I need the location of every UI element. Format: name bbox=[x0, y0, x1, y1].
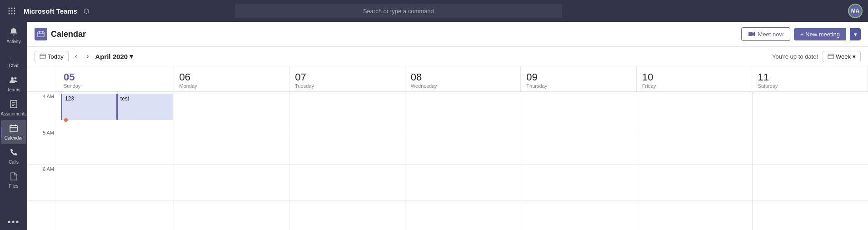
svg-point-3 bbox=[9, 10, 10, 12]
week-label: Week bbox=[836, 53, 851, 60]
day-name-thu: Thursday bbox=[526, 83, 547, 89]
day-name-mon: Monday bbox=[180, 83, 197, 89]
search-input[interactable] bbox=[235, 4, 562, 18]
day-header-sat: 11 Saturday bbox=[752, 66, 868, 91]
day-number-06: 06 bbox=[180, 72, 190, 82]
next-arrow-button[interactable]: › bbox=[84, 50, 91, 62]
calls-icon bbox=[9, 148, 18, 158]
svg-point-10 bbox=[15, 77, 17, 80]
sidebar-item-calendar[interactable]: Calendar bbox=[1, 120, 26, 144]
svg-rect-19 bbox=[38, 32, 44, 37]
week-view-button[interactable]: Week ▾ bbox=[823, 51, 861, 62]
sidebar-item-teams[interactable]: Teams bbox=[1, 72, 26, 96]
svg-rect-23 bbox=[748, 32, 753, 36]
svg-rect-27 bbox=[828, 54, 833, 59]
day-name-fri: Friday bbox=[642, 83, 656, 89]
top-bar: Microsoft Teams ⬡ MA bbox=[0, 0, 868, 22]
sidebar-item-activity[interactable]: Activity bbox=[1, 24, 26, 48]
svg-rect-15 bbox=[10, 125, 17, 132]
svg-point-4 bbox=[11, 10, 13, 12]
event-123[interactable]: 123 bbox=[61, 94, 117, 120]
day-header-mon: 06 Monday bbox=[174, 66, 290, 91]
sidebar-label-chat: Chat bbox=[9, 63, 18, 68]
svg-point-1 bbox=[11, 8, 13, 9]
up-to-date-text: You're up to date! bbox=[772, 53, 818, 60]
day-header-fri: 10 Friday bbox=[637, 66, 753, 91]
day-col-sat[interactable] bbox=[753, 92, 868, 230]
month-year-label: April 2020 bbox=[95, 53, 128, 60]
avatar[interactable]: MA bbox=[848, 4, 863, 18]
svg-point-7 bbox=[11, 13, 13, 15]
day-row-6am-mon bbox=[174, 165, 289, 201]
day-row-5am-thu bbox=[521, 128, 637, 165]
day-col-wed[interactable] bbox=[405, 92, 521, 230]
day-col-fri[interactable] bbox=[637, 92, 753, 230]
day-name-sun: Sunday bbox=[64, 83, 80, 89]
meet-now-button[interactable]: Meet now bbox=[741, 27, 790, 41]
sidebar-item-files[interactable]: Files bbox=[1, 168, 26, 192]
event-test[interactable]: test bbox=[116, 94, 173, 120]
svg-point-6 bbox=[9, 13, 10, 15]
day-row-6am-fri bbox=[637, 165, 753, 201]
assignments-icon bbox=[9, 100, 18, 110]
svg-point-8 bbox=[14, 13, 15, 15]
month-year-picker[interactable]: April 2020 ▾ bbox=[95, 52, 133, 60]
sidebar-item-calls[interactable]: Calls bbox=[1, 144, 26, 168]
day-row-5am-sun bbox=[58, 128, 174, 165]
day-row-4am-sat bbox=[753, 92, 868, 128]
day-col-thu[interactable] bbox=[521, 92, 637, 230]
sidebar-item-more[interactable]: ••• bbox=[1, 214, 26, 230]
new-meeting-chevron-button[interactable]: ▾ bbox=[850, 28, 861, 40]
week-chevron-icon: ▾ bbox=[853, 53, 856, 60]
day-number-07: 07 bbox=[295, 72, 306, 82]
event-test-title: test bbox=[120, 95, 129, 102]
event-dot bbox=[64, 118, 68, 122]
month-chevron-icon: ▾ bbox=[130, 52, 133, 60]
sidebar-label-teams: Teams bbox=[7, 87, 20, 92]
day-name-wed: Wednesday bbox=[411, 83, 437, 89]
new-meeting-button[interactable]: + New meeting bbox=[794, 28, 846, 40]
days-area: 05 Sunday 06 Monday 07 Tuesday 08 Wednes… bbox=[58, 66, 868, 230]
time-slot-4am: 4 AM bbox=[27, 92, 58, 128]
day-col-mon[interactable] bbox=[174, 92, 290, 230]
sidebar-item-chat[interactable]: Chat bbox=[1, 48, 26, 72]
sidebar-label-calls: Calls bbox=[9, 160, 19, 165]
calendar-header-right: Meet now + New meeting ▾ bbox=[741, 27, 861, 41]
svg-point-9 bbox=[11, 77, 14, 80]
svg-point-2 bbox=[14, 8, 15, 9]
sidebar-item-assignments[interactable]: Assignments bbox=[1, 96, 26, 120]
search-bar[interactable] bbox=[235, 4, 562, 18]
day-col-tue[interactable] bbox=[289, 92, 405, 230]
day-row-4am-thu bbox=[521, 92, 637, 128]
app-title: Microsoft Teams bbox=[24, 7, 77, 15]
days-header: 05 Sunday 06 Monday 07 Tuesday 08 Wednes… bbox=[58, 66, 868, 92]
calendar-title-area: Calendar bbox=[35, 28, 86, 40]
prev-arrow-button[interactable]: ‹ bbox=[72, 50, 80, 62]
day-row-5am-mon bbox=[174, 128, 289, 165]
today-button[interactable]: Today bbox=[35, 51, 69, 62]
day-row-6am-thu bbox=[521, 165, 637, 201]
content-area: Calendar Meet now + New meeting ▾ Today … bbox=[27, 22, 868, 230]
event-123-title: 123 bbox=[65, 95, 74, 102]
today-label: Today bbox=[48, 53, 64, 60]
time-slot-5am: 5 AM bbox=[27, 128, 58, 165]
day-col-sun[interactable]: 123 test bbox=[58, 92, 174, 230]
day-header-thu: 09 Thursday bbox=[521, 66, 637, 91]
day-row-5am-wed bbox=[405, 128, 521, 165]
more-icon: ••• bbox=[7, 217, 20, 226]
day-row-5am-tue bbox=[289, 128, 405, 165]
time-col-header bbox=[27, 66, 58, 92]
day-row-6am-sat bbox=[753, 165, 868, 201]
day-row-5am-sat bbox=[753, 128, 868, 165]
time-slot-6am: 6 AM bbox=[27, 165, 58, 201]
external-link-icon[interactable]: ⬡ bbox=[84, 7, 89, 15]
day-row-4am-tue bbox=[289, 92, 405, 128]
svg-point-0 bbox=[9, 8, 10, 9]
day-number-09: 09 bbox=[526, 72, 537, 82]
day-row-6am-wed bbox=[405, 165, 521, 201]
app-grid-button[interactable] bbox=[5, 7, 18, 15]
day-row-4am-mon bbox=[174, 92, 289, 128]
top-bar-right: MA bbox=[848, 4, 863, 18]
files-icon bbox=[9, 172, 18, 182]
sidebar: Activity Chat Teams Assignments Calendar bbox=[0, 22, 27, 230]
